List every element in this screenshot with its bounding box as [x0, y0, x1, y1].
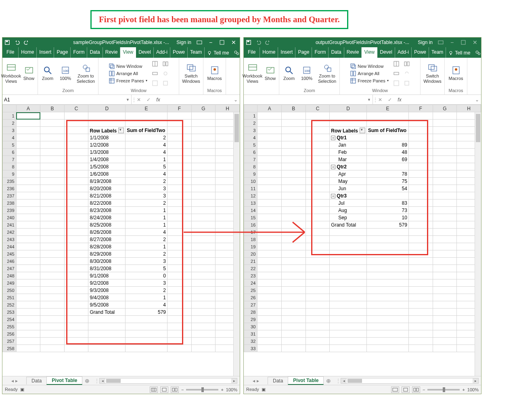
cell[interactable]: [367, 265, 409, 272]
row-header[interactable]: 240: [3, 214, 17, 221]
row-header[interactable]: 4: [244, 134, 257, 141]
cell[interactable]: 1/5/2008: [88, 163, 126, 170]
cell[interactable]: [257, 243, 282, 250]
cell[interactable]: [257, 185, 282, 192]
cell[interactable]: [167, 316, 192, 323]
cell[interactable]: [306, 120, 330, 127]
cell[interactable]: [64, 200, 88, 207]
cell[interactable]: [408, 338, 433, 345]
cell[interactable]: 1: [126, 221, 167, 229]
cell[interactable]: [433, 192, 457, 200]
cell[interactable]: [126, 323, 167, 330]
cell[interactable]: [257, 258, 282, 265]
cell[interactable]: Sep: [330, 214, 367, 221]
normal-view-icon[interactable]: [391, 386, 399, 393]
cell[interactable]: [40, 265, 65, 272]
cell[interactable]: [191, 345, 216, 352]
cell[interactable]: [408, 170, 433, 178]
row-header[interactable]: 254: [3, 316, 17, 323]
cell[interactable]: Sum of FieldTwo: [367, 127, 409, 134]
cell[interactable]: [408, 265, 433, 272]
cell[interactable]: [88, 323, 126, 330]
col-header[interactable]: D: [88, 105, 126, 112]
cell[interactable]: [167, 338, 192, 345]
tab-view[interactable]: View: [120, 47, 136, 58]
cell[interactable]: [40, 294, 65, 301]
cell[interactable]: [408, 200, 433, 207]
grid-right[interactable]: ABCDEFGH123Row LabelsSum of FieldTwo4−Qt…: [244, 105, 481, 376]
fx-icon[interactable]: fx: [395, 97, 404, 103]
row-header[interactable]: 10: [244, 178, 257, 185]
cell[interactable]: [408, 345, 433, 352]
new-window-button[interactable]: New Window: [107, 63, 149, 69]
cell[interactable]: 8/22/2008: [88, 200, 126, 207]
cell[interactable]: [88, 120, 126, 127]
cell[interactable]: [257, 250, 282, 258]
cell[interactable]: [330, 323, 367, 330]
cell[interactable]: 8/31/2008: [88, 265, 126, 272]
cell[interactable]: [281, 236, 306, 243]
cell[interactable]: [64, 112, 88, 120]
page-layout-view-icon[interactable]: [160, 386, 168, 393]
cell[interactable]: [191, 272, 216, 279]
cell[interactable]: [16, 127, 40, 134]
tab-insert[interactable]: Insert: [278, 47, 295, 58]
cell[interactable]: [16, 265, 40, 272]
cancel-formula-icon[interactable]: ✕: [134, 97, 144, 103]
cell[interactable]: 2: [126, 178, 167, 185]
row-header[interactable]: 237: [3, 192, 17, 200]
cell[interactable]: [306, 127, 330, 134]
cell[interactable]: [257, 170, 282, 178]
cell[interactable]: [408, 316, 433, 323]
cell[interactable]: [167, 156, 192, 163]
row-header[interactable]: 8: [244, 163, 257, 170]
cell[interactable]: [408, 323, 433, 330]
row-header[interactable]: 1: [244, 112, 257, 120]
col-header[interactable]: E: [367, 105, 409, 112]
cell[interactable]: [367, 134, 409, 141]
cell[interactable]: [167, 345, 192, 352]
col-header[interactable]: H: [457, 105, 481, 112]
cell[interactable]: 2: [126, 250, 167, 258]
normal-view-icon[interactable]: [150, 386, 158, 393]
cell[interactable]: [281, 279, 306, 287]
cell[interactable]: [433, 309, 457, 316]
filter-dropdown-icon[interactable]: [118, 128, 124, 133]
col-header[interactable]: A: [257, 105, 282, 112]
redo-icon[interactable]: [23, 38, 31, 46]
cell[interactable]: [257, 200, 282, 207]
macro-record-icon[interactable]: ▣: [20, 387, 24, 392]
cell[interactable]: [191, 279, 216, 287]
cell[interactable]: [367, 338, 409, 345]
tab-file[interactable]: File: [2, 47, 19, 58]
cell[interactable]: [306, 301, 330, 309]
cell[interactable]: [408, 272, 433, 279]
name-box[interactable]: ▼: [244, 95, 373, 104]
cell[interactable]: [257, 134, 282, 141]
row-header[interactable]: 4: [3, 134, 17, 141]
cell[interactable]: [191, 294, 216, 301]
signin-button[interactable]: Sign in: [174, 38, 194, 47]
cell[interactable]: [64, 141, 88, 149]
cell[interactable]: [64, 163, 88, 170]
cell[interactable]: [40, 120, 65, 127]
cell[interactable]: [408, 192, 433, 200]
tab-view[interactable]: View: [362, 47, 377, 58]
workbook-views-button[interactable]: WorkbookViews: [245, 62, 261, 84]
row-header[interactable]: 30: [244, 323, 257, 330]
cell[interactable]: [281, 221, 306, 229]
cell[interactable]: −Qtr3: [330, 192, 367, 200]
cell[interactable]: [306, 112, 330, 120]
cell[interactable]: [40, 323, 65, 330]
ribbon-display-icon[interactable]: [435, 38, 446, 47]
row-header[interactable]: 241: [3, 221, 17, 229]
cell[interactable]: [408, 236, 433, 243]
cell[interactable]: [408, 309, 433, 316]
cell[interactable]: [191, 221, 216, 229]
cell[interactable]: [16, 294, 40, 301]
cell[interactable]: [433, 141, 457, 149]
cell[interactable]: [191, 316, 216, 323]
cell[interactable]: [126, 345, 167, 352]
cell[interactable]: [408, 178, 433, 185]
maximize-button[interactable]: [216, 38, 228, 47]
